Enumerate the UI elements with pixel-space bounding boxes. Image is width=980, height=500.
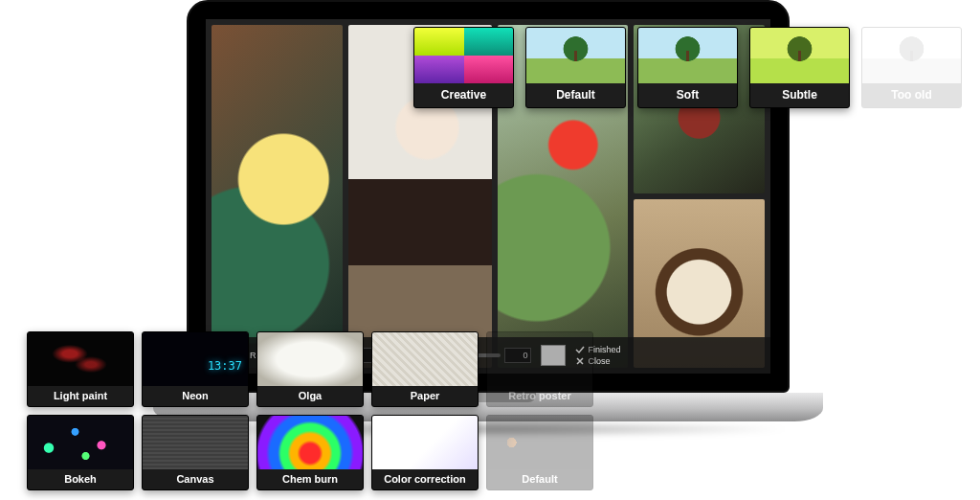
filter-thumb-chem-burn[interactable]: Chem burn: [256, 415, 364, 490]
filter-thumb-soft[interactable]: Soft: [637, 27, 738, 108]
filter-label: Chem burn: [257, 469, 363, 489]
filter-thumb-creative[interactable]: Creative: [413, 27, 514, 108]
filter-label: Bokeh: [28, 469, 133, 489]
filter-preview: [487, 416, 592, 469]
filter-label: Light paint: [28, 386, 133, 406]
filter-preview: [526, 28, 625, 83]
filter-thumb-olga[interactable]: Olga: [256, 331, 364, 407]
filter-preview: [372, 416, 478, 469]
filter-thumb-color-correction[interactable]: Color correction: [371, 415, 479, 490]
filter-preview: [28, 332, 133, 386]
filter-preview: [143, 332, 248, 386]
filter-label: Default: [487, 469, 592, 489]
filter-thumb-too-old[interactable]: Too old: [861, 27, 962, 108]
filter-label: Neon: [143, 386, 248, 406]
filter-thumb-neon[interactable]: Neon: [142, 331, 249, 407]
filter-preview: [638, 28, 737, 83]
top-filter-row: Creative Default Soft Subtle Too old: [413, 27, 962, 108]
filter-label: Color correction: [372, 469, 478, 489]
filter-preview: [750, 28, 849, 83]
filter-label: Too old: [862, 83, 961, 107]
filter-preview: [862, 28, 961, 83]
filter-preview: [414, 28, 513, 83]
bottom-filter-row-2: Bokeh Canvas Chem burn Color correction …: [27, 415, 593, 490]
filter-label: Canvas: [143, 469, 248, 489]
filter-label: Subtle: [750, 83, 849, 107]
filter-preview: [372, 332, 478, 386]
filter-preview: [28, 416, 133, 469]
filter-thumb-paper[interactable]: Paper: [371, 331, 479, 407]
filter-thumb-retro-poster[interactable]: Retro poster: [486, 331, 593, 407]
filter-label: Olga: [257, 386, 363, 406]
filter-label: Creative: [414, 83, 513, 107]
bottom-filter-rows: Light paint Neon Olga Paper Retro poster…: [27, 331, 593, 490]
filter-label: Soft: [638, 83, 737, 107]
filter-thumb-subtle[interactable]: Subtle: [749, 27, 850, 108]
bottom-filter-row-1: Light paint Neon Olga Paper Retro poster: [27, 331, 593, 407]
filter-thumb-default[interactable]: Default: [486, 415, 593, 490]
filter-label: Default: [526, 83, 625, 107]
filter-label: Paper: [372, 386, 478, 406]
filter-preview: [257, 332, 363, 386]
filter-thumb-bokeh[interactable]: Bokeh: [27, 415, 134, 490]
filter-thumb-default[interactable]: Default: [525, 27, 626, 108]
filter-label: Retro poster: [487, 386, 592, 406]
filter-thumb-light-paint[interactable]: Light paint: [27, 331, 134, 407]
collage-photo: [212, 25, 343, 368]
filter-thumb-canvas[interactable]: Canvas: [142, 415, 249, 490]
filter-preview: [143, 416, 248, 469]
filter-preview: [487, 332, 592, 386]
filter-preview: [257, 416, 363, 469]
